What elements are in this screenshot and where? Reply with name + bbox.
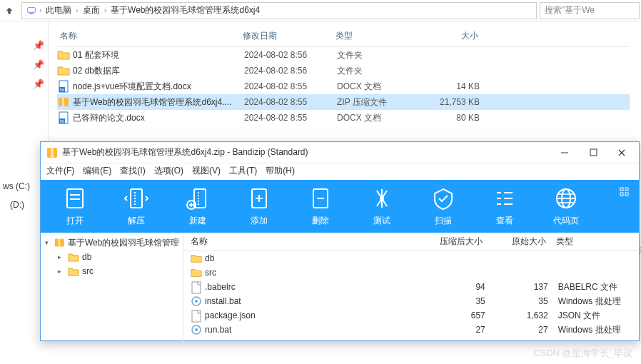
file-row[interactable]: 基于Web的校园羽毛球馆管理系统d6xj4....2024-08-02 8:55…	[57, 94, 630, 110]
bat-icon	[191, 295, 202, 307]
pc-icon	[26, 6, 36, 16]
folder-icon	[57, 49, 70, 61]
scan-button[interactable]: 扫描	[415, 186, 472, 227]
svg-point-29	[380, 196, 384, 201]
test-button[interactable]: 测试	[353, 186, 410, 227]
svg-rect-6	[62, 98, 64, 106]
archive-row[interactable]: package.json6571,632JSON 文件	[183, 308, 639, 323]
minimize-button[interactable]	[550, 143, 579, 163]
archive-row[interactable]: .babelrc94137BABELRC 文件	[183, 280, 639, 294]
file-row[interactable]: Wnode.js+vue环境配置文档.docx2024-08-02 8:55DO…	[57, 79, 630, 94]
quick-access-sidebar: 📌 📌 📌	[0, 21, 49, 143]
crumb[interactable]: 桌面	[81, 4, 101, 16]
svg-text:W: W	[60, 88, 64, 92]
drive-label[interactable]: (D:)	[10, 200, 24, 210]
view-button[interactable]: 查看	[476, 186, 533, 227]
zip-icon	[54, 237, 65, 248]
delete-button[interactable]: 删除	[292, 186, 349, 227]
svg-rect-11	[51, 148, 54, 158]
collapse-icon[interactable]: ▾	[45, 239, 51, 246]
menu-item[interactable]: 编辑(E)	[83, 165, 111, 177]
folder-icon	[68, 266, 79, 276]
zip-icon	[57, 96, 70, 108]
extract-button[interactable]: 解压	[108, 186, 165, 227]
test-icon	[370, 186, 394, 211]
svg-rect-50	[192, 310, 201, 322]
breadcrumb[interactable]: › 此电脑 › 桌面 › 基于Web的校园羽毛球馆管理系统d6xj4	[21, 2, 537, 19]
menu-item[interactable]: 查找(I)	[120, 165, 145, 177]
bandizip-icon	[46, 147, 58, 158]
col-name[interactable]: 名称	[57, 30, 243, 42]
tree-item[interactable]: ▸ src	[45, 264, 178, 278]
add-button[interactable]: 添加	[231, 186, 288, 227]
new-button[interactable]: 新建	[169, 186, 226, 227]
file-name: 01 配套环境	[73, 49, 244, 61]
svg-rect-47	[192, 282, 201, 293]
folder-icon	[191, 253, 202, 264]
archive-row[interactable]: src	[183, 266, 639, 280]
folder-icon	[191, 267, 202, 278]
file-row[interactable]: W已答辩的论文.docx2024-08-02 8:55DOCX 文档80 KB	[57, 110, 630, 126]
expand-icon[interactable]: ▸	[58, 253, 65, 261]
menu-item[interactable]: 文件(F)	[46, 165, 74, 177]
file-name: node.js+vue环境配置文档.docx	[73, 81, 244, 93]
svg-rect-1	[29, 13, 33, 14]
col-type[interactable]: 类型	[335, 30, 421, 42]
crumb[interactable]: 此电脑	[44, 4, 73, 16]
open-button[interactable]: 打开	[46, 186, 104, 227]
bat-icon	[191, 324, 202, 335]
codepage-icon	[554, 186, 578, 211]
archive-row[interactable]: install.bat3535Windows 批处理	[183, 294, 639, 308]
view-icon	[493, 186, 517, 211]
open-icon	[63, 186, 87, 211]
titlebar[interactable]: 基于Web的校园羽毛球馆管理系统d6xj4.zip - Bandizip (St…	[41, 142, 639, 163]
menu-item[interactable]: 工具(T)	[229, 165, 257, 177]
file-name: 基于Web的校园羽毛球馆管理系统d6xj4....	[73, 96, 244, 108]
archive-row[interactable]: run.bat2727Windows 批处理	[183, 323, 639, 337]
close-button[interactable]	[607, 143, 636, 163]
svg-rect-46	[59, 238, 61, 246]
pin-icon: 📌	[0, 55, 48, 74]
docx-icon: W	[57, 111, 70, 124]
maximize-button[interactable]	[579, 143, 607, 163]
search-input[interactable]: 搜索"基于We	[540, 2, 640, 19]
file-name: 已答辩的论文.docx	[73, 112, 244, 124]
menu-item[interactable]: 选项(O)	[154, 165, 183, 177]
svg-rect-43	[620, 193, 623, 196]
add-icon	[247, 186, 271, 211]
svg-rect-44	[625, 193, 628, 196]
tree-root[interactable]: ▾ 基于Web的校园羽毛球馆管理系	[45, 236, 178, 250]
menu-item[interactable]: 帮助(H)	[266, 165, 295, 177]
up-button[interactable]	[0, 1, 19, 20]
folder-icon	[68, 252, 79, 262]
file-name: 02 db数据库	[73, 65, 244, 77]
explorer-address-bar: › 此电脑 › 桌面 › 基于Web的校园羽毛球馆管理系统d6xj4 搜索"基于…	[0, 0, 641, 21]
delete-icon	[308, 186, 333, 211]
archive-row[interactable]: db	[183, 251, 639, 266]
archive-column-headers[interactable]: 名称 压缩后大小 原始大小 类型	[183, 233, 639, 251]
col-size[interactable]: 大小	[421, 30, 478, 42]
archive-file-list: 名称 压缩后大小 原始大小 类型 dbsrc.babelrc94137BABEL…	[183, 233, 639, 343]
new-icon	[186, 186, 210, 211]
codepage-button[interactable]: 代码页	[537, 186, 595, 227]
file-row[interactable]: 01 配套环境2024-08-02 8:56文件夹	[57, 47, 630, 63]
svg-text:W: W	[60, 119, 64, 123]
svg-rect-13	[590, 149, 597, 156]
drive-label[interactable]: ws (C:)	[3, 181, 30, 191]
folder-icon	[57, 64, 70, 77]
expand-icon[interactable]: ▸	[58, 268, 65, 275]
column-headers[interactable]: 名称 修改日期 类型 大小	[57, 27, 630, 47]
crumb[interactable]: 基于Web的校园羽毛球馆管理系统d6xj4	[109, 4, 261, 16]
svg-point-52	[195, 328, 198, 331]
file-row[interactable]: 02 db数据库2024-08-02 8:56文件夹	[57, 63, 630, 79]
menu-item[interactable]: 视图(V)	[192, 165, 221, 177]
watermark: CSDN @星海学长_毕设	[533, 347, 632, 360]
pin-icon: 📌	[0, 36, 48, 55]
toolbar: 打开解压新建添加删除测试扫描查看代码页	[41, 180, 639, 233]
tree-item[interactable]: ▸ db	[45, 250, 178, 264]
svg-rect-0	[28, 7, 36, 12]
col-date[interactable]: 修改日期	[243, 30, 335, 42]
bandizip-window: 基于Web的校园羽毛球馆管理系统d6xj4.zip - Bandizip (St…	[40, 141, 640, 341]
settings-icon[interactable]	[619, 186, 632, 198]
file-icon	[191, 281, 202, 293]
